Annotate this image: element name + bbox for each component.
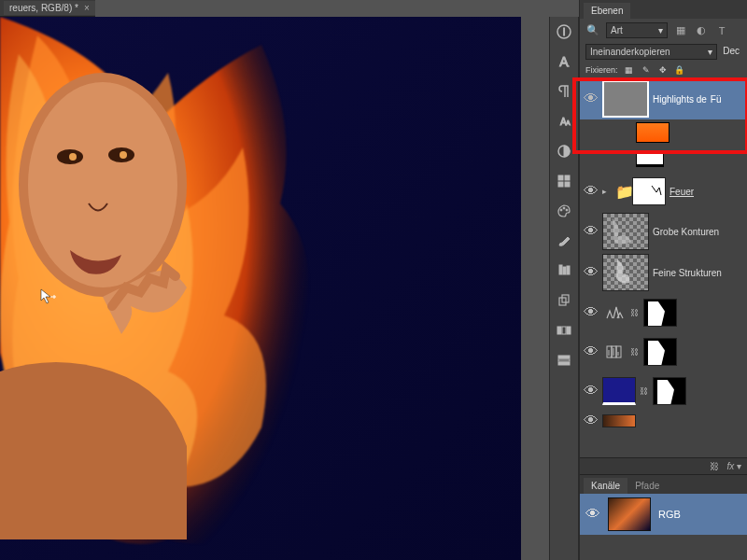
svg-rect-28 (558, 356, 570, 358)
svg-point-5 (120, 151, 127, 159)
canvas[interactable] (0, 17, 521, 560)
svg-rect-29 (558, 359, 570, 361)
levels-icon (602, 301, 627, 325)
svg-point-18 (563, 207, 565, 209)
layer-row[interactable]: 👁 ⛓ (580, 371, 747, 411)
layer-mask-thumbnail[interactable] (653, 377, 686, 405)
chevron-down-icon: ▾ (708, 47, 712, 57)
channel-thumbnail[interactable] (608, 497, 651, 531)
type-icon[interactable]: A (551, 49, 577, 75)
layer-thumbnail[interactable] (602, 80, 649, 118)
filter-type-icon[interactable]: T (714, 24, 729, 37)
styles-icon[interactable] (551, 168, 577, 194)
layer-mask-thumbnail[interactable] (643, 338, 677, 366)
color-icon[interactable] (551, 198, 577, 224)
layer-name[interactable]: Highlights de (653, 94, 707, 105)
channel-row[interactable]: 👁 RGB (580, 494, 747, 535)
layer-thumbnail[interactable] (602, 414, 636, 427)
layer-row[interactable]: 👁 ⛓ (580, 332, 747, 371)
svg-rect-15 (558, 182, 563, 187)
layer-name[interactable]: Grobe Konturen (653, 227, 719, 237)
layer-fill-label: Fü (711, 94, 722, 105)
layer-group-row[interactable]: 👁 ▸ 📁 Feuer (580, 172, 747, 211)
svg-rect-26 (562, 327, 566, 334)
layers-panel-footer: ⛓ fx ▾ (580, 457, 747, 474)
layer-row[interactable]: 👁 Grobe Konturen (580, 211, 747, 252)
filter-adjust-icon[interactable]: ◐ (694, 24, 709, 37)
layer-thumbnail[interactable] (602, 254, 649, 291)
layer-name[interactable]: Feine Strukturen (653, 268, 722, 278)
layer-thumbnail[interactable] (636, 150, 664, 167)
collapsed-panel-dock: i A AA (549, 17, 579, 560)
layer-row[interactable]: 👁 Feine Strukturen (580, 252, 747, 293)
info-icon[interactable]: i (551, 19, 577, 45)
layer-comps-icon[interactable] (551, 347, 577, 373)
search-icon[interactable]: 🔍 (585, 24, 600, 37)
svg-rect-21 (563, 267, 566, 274)
svg-text:i: i (563, 27, 565, 37)
visibility-toggle-icon[interactable]: 👁 (584, 264, 599, 281)
document-tab[interactable]: reuers, RGB/8) * × (4, 1, 95, 15)
layer-mask-thumbnail[interactable] (643, 299, 677, 327)
channel-name: RGB (658, 509, 681, 520)
adjustments-icon[interactable] (551, 138, 577, 164)
visibility-toggle-icon[interactable]: 👁 (584, 343, 599, 360)
visibility-toggle-icon[interactable]: 👁 (585, 506, 600, 523)
visibility-toggle-icon[interactable]: 👁 (584, 183, 599, 200)
layer-mask-thumbnail[interactable] (632, 177, 666, 205)
layer-row[interactable] (580, 146, 747, 172)
brush-presets-icon[interactable] (551, 258, 577, 284)
svg-rect-25 (557, 327, 561, 334)
lock-all-icon[interactable]: 🔒 (674, 64, 685, 76)
link-icon[interactable]: ⛓ (630, 347, 640, 357)
layer-thumbnail[interactable] (636, 122, 669, 143)
layer-thumbnail[interactable] (602, 213, 649, 250)
layer-row[interactable]: 👁 ⛓ (580, 293, 747, 332)
visibility-toggle-icon[interactable]: 👁 (584, 304, 599, 321)
paths-tab[interactable]: Pfade (627, 478, 667, 494)
layers-filter-row: 🔍 Art ▾ ▦ ◐ T (580, 19, 747, 42)
layer-filter-select[interactable]: Art ▾ (606, 22, 668, 38)
close-icon[interactable]: × (84, 3, 90, 13)
visibility-toggle-icon[interactable]: 👁 (584, 413, 599, 429)
document-tab-bar: reuers, RGB/8) * × (0, 0, 95, 17)
swatches-icon[interactable] (551, 317, 577, 343)
link-icon[interactable]: ⛓ (640, 386, 649, 396)
layer-thumbnail[interactable] (602, 377, 636, 405)
folder-icon: 📁 (615, 183, 628, 201)
layers-tab[interactable]: Ebenen (584, 3, 630, 19)
lock-transparency-icon[interactable]: ▦ (624, 64, 635, 76)
layer-fx-icon[interactable]: fx ▾ (726, 461, 741, 471)
clone-source-icon[interactable] (551, 287, 577, 314)
layer-row[interactable]: 👁 Highlights de Fü (580, 78, 747, 119)
visibility-toggle-icon[interactable]: 👁 (584, 91, 599, 107)
brush-icon[interactable] (551, 228, 577, 254)
lock-position-icon[interactable]: ✥ (657, 64, 669, 76)
right-panel-group: Ebenen 🔍 Art ▾ ▦ ◐ T Ineinanderkopieren … (579, 0, 747, 560)
layer-row[interactable] (580, 119, 747, 146)
visibility-toggle-icon[interactable]: 👁 (584, 223, 599, 240)
filter-pixel-icon[interactable]: ▦ (673, 24, 688, 37)
svg-rect-20 (559, 265, 562, 274)
expand-toggle-icon[interactable]: ▸ (602, 187, 612, 196)
layer-row[interactable]: 👁 (580, 411, 747, 431)
character-styles-icon[interactable]: AA (551, 108, 577, 134)
svg-rect-27 (567, 327, 571, 334)
lock-row: Fixieren: ▦ ✎ ✥ 🔒 (580, 62, 747, 78)
channels-panel-tabs: Kanäle Pfade (580, 475, 747, 494)
svg-text:A: A (559, 54, 569, 69)
curves-icon (602, 340, 627, 364)
blend-mode-value: Ineinanderkopieren (590, 47, 670, 57)
paragraph-icon[interactable] (551, 78, 577, 105)
blend-mode-select[interactable]: Ineinanderkopieren ▾ (585, 44, 717, 60)
chevron-down-icon: ▾ (658, 25, 663, 35)
svg-rect-30 (558, 362, 570, 365)
visibility-toggle-icon[interactable]: 👁 (584, 383, 599, 399)
channels-tab[interactable]: Kanäle (584, 478, 627, 494)
link-layers-icon[interactable]: ⛓ (710, 461, 719, 471)
svg-point-17 (560, 209, 562, 211)
layer-name[interactable]: Feuer (669, 187, 694, 197)
lock-pixels-icon[interactable]: ✎ (641, 64, 652, 76)
layers-list: 👁 Highlights de Fü 👁 ▸ 📁 Feuer 👁 Grobe K… (580, 78, 747, 431)
link-icon[interactable]: ⛓ (630, 308, 640, 317)
